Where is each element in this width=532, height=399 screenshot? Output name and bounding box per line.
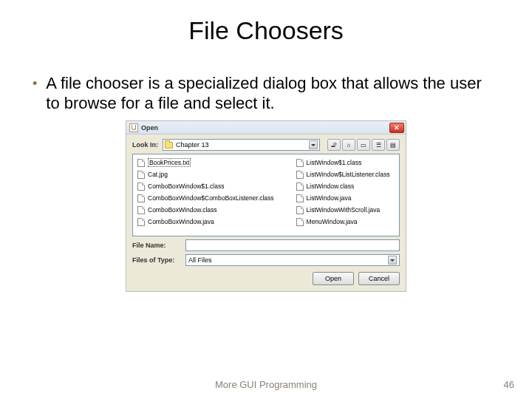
file-label: Cat.jpg [148,171,168,178]
filetype-select[interactable]: All Files [185,254,400,266]
file-label: BookPrices.txt [148,158,191,167]
bullet-item: • A file chooser is a specialized dialog… [0,45,532,113]
new-folder-icon: ▭ [361,142,366,149]
filetype-row: Files of Type: All Files [126,254,406,269]
lookin-value: Chapter 13 [176,141,309,149]
file-item[interactable]: ComboBoxWindow.class [137,205,274,215]
file-label: MenuWindow.java [307,218,358,225]
open-button[interactable]: Open [313,272,354,285]
file-column-left: BookPrices.txt Cat.jpg ComboBoxWindow$1.… [137,157,274,233]
file-label: ListWindow.java [307,194,352,202]
file-icon [137,218,145,226]
file-icon [296,218,304,226]
file-label: ListWindow$ListListener.class [307,171,390,178]
file-item[interactable]: Cat.jpg [137,169,274,180]
details-view-button[interactable]: ▤ [386,139,400,151]
file-icon [296,159,304,167]
file-icon [137,194,145,202]
lookin-label: Look In: [132,141,158,149]
filetype-value: All Files [188,256,212,264]
java-icon [129,123,138,132]
home-icon: ⌂ [347,142,351,149]
file-icon [137,159,145,167]
dialog-toolbar: Look In: Chapter 13 ⮵ ⌂ ▭ ☰ ▤ [126,134,406,154]
close-button[interactable]: ✕ [389,123,404,133]
folder-icon [165,142,173,149]
slide-footer: More GUI Programming [0,379,532,390]
file-icon [296,194,304,202]
file-icon [137,206,145,214]
file-list-pane: BookPrices.txt Cat.jpg ComboBoxWindow$1.… [132,154,400,236]
list-view-button[interactable]: ☰ [372,139,385,151]
chevron-down-icon[interactable] [388,256,397,265]
file-item[interactable]: ComboBoxWindow.java [137,216,274,227]
file-item[interactable]: BookPrices.txt [137,157,274,168]
file-item[interactable]: ListWindow$1.class [296,157,390,168]
file-item[interactable]: ComboBoxWindow$1.class [137,181,274,191]
file-item[interactable]: MenuWindow.java [296,216,390,227]
file-icon [296,183,304,191]
dialog-actions: Open Cancel [126,269,406,291]
up-folder-button[interactable]: ⮵ [327,139,341,151]
dialog-title: Open [141,124,389,132]
lookin-select[interactable]: Chapter 13 [163,139,320,151]
chevron-down-icon[interactable] [309,140,318,149]
file-label: ComboBoxWindow$1.class [148,183,224,190]
file-item[interactable]: ListWindow.java [296,193,390,203]
dialog-titlebar: Open ✕ [126,121,406,134]
file-icon [296,171,304,179]
file-label: ListWindowWithScroll.java [307,206,381,214]
page-number: 46 [504,379,514,390]
file-icon [296,206,304,214]
file-icon [137,171,145,179]
list-icon: ☰ [376,142,381,149]
filename-input[interactable] [185,239,400,251]
up-icon: ⮵ [331,142,337,149]
toolbar-buttons: ⮵ ⌂ ▭ ☰ ▤ [327,139,400,151]
filename-label: File Name: [132,242,181,249]
file-item[interactable]: ComboBoxWindow$ComboBoxListener.class [137,193,274,203]
bullet-marker: • [33,73,37,94]
file-label: ComboBoxWindow.class [148,206,217,214]
file-item[interactable]: ListWindow.class [296,181,390,191]
file-item[interactable]: ListWindowWithScroll.java [296,205,390,215]
file-label: ListWindow.class [307,183,355,190]
file-label: ComboBoxWindow.java [148,218,214,225]
bullet-text: A file chooser is a specialized dialog b… [46,73,499,113]
slide-title: File Choosers [0,0,532,45]
file-label: ListWindow$1.class [307,159,362,166]
file-item[interactable]: ListWindow$ListListener.class [296,169,390,180]
file-column-right: ListWindow$1.class ListWindow$ListListen… [296,157,390,233]
cancel-button[interactable]: Cancel [358,272,400,285]
details-icon: ▤ [390,142,396,149]
file-icon [137,183,145,191]
file-label: ComboBoxWindow$ComboBoxListener.class [148,194,274,202]
home-button[interactable]: ⌂ [342,139,355,151]
filename-row: File Name: [126,236,406,254]
filetype-label: Files of Type: [132,256,181,264]
file-chooser-dialog: Open ✕ Look In: Chapter 13 ⮵ ⌂ ▭ ☰ ▤ Boo… [126,120,406,292]
new-folder-button[interactable]: ▭ [357,139,370,151]
